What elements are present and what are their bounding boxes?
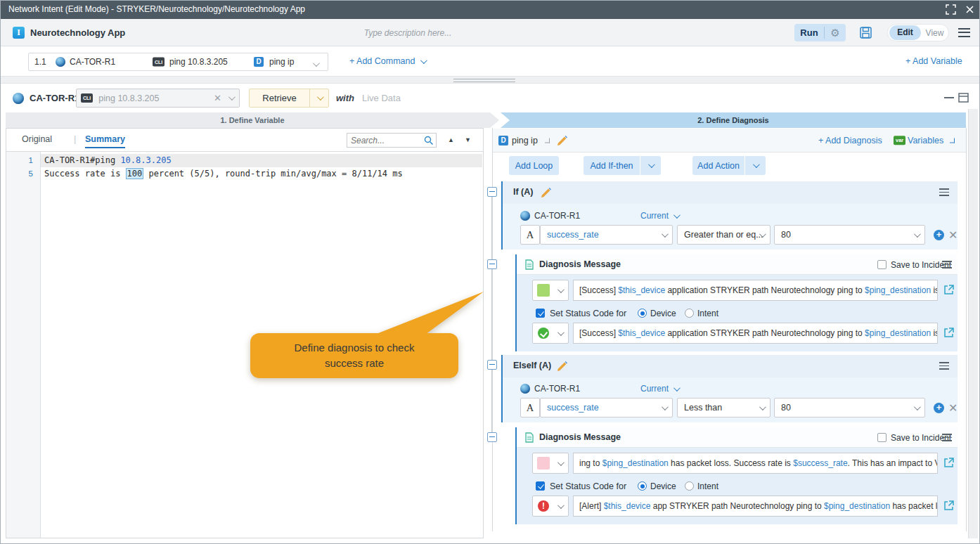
scope-dropdown[interactable]: Current (640, 384, 669, 394)
edit-pencil-icon[interactable] (557, 136, 567, 145)
menu-icon[interactable] (958, 28, 970, 37)
operator-select[interactable]: Greater than or eq... (677, 225, 771, 245)
save-to-incident-checkbox[interactable] (877, 260, 886, 269)
radio-intent-label: Intent (697, 309, 718, 318)
block-menu-icon[interactable] (939, 362, 949, 370)
tab-summary[interactable]: Summary (85, 134, 125, 148)
operand-badge: A (520, 398, 540, 417)
diagnosis-message-input[interactable]: ing to $ping_destination has packet loss… (573, 453, 938, 474)
add-action-button[interactable]: Add Action (692, 156, 744, 175)
set-status-checkbox[interactable] (536, 481, 545, 491)
value-select[interactable]: 80 (774, 398, 925, 417)
scrollbar-track[interactable] (968, 109, 978, 538)
variables-button[interactable]: Variables (908, 136, 943, 145)
toggle-view[interactable]: View (921, 28, 948, 38)
chevron-down-icon[interactable] (673, 384, 681, 391)
expand-message-icon[interactable] (943, 328, 954, 338)
run-button[interactable]: Run (794, 27, 824, 38)
add-command-button[interactable]: + Add Command (349, 56, 425, 66)
add-action-dropdown[interactable] (745, 156, 766, 175)
block-menu-icon[interactable] (942, 434, 952, 441)
tab-original[interactable]: Original (22, 134, 52, 144)
status-color-select[interactable] (532, 453, 569, 474)
chevron-down-icon[interactable] (950, 138, 955, 143)
chevron-down-icon[interactable] (545, 138, 550, 143)
radio-device[interactable] (638, 481, 647, 491)
parser-badge: D (498, 136, 508, 145)
search-next-icon[interactable]: ▼ (465, 136, 471, 143)
retrieve-button[interactable]: Retrieve (250, 93, 309, 103)
cli-badge: CLI (81, 93, 93, 103)
code-line-1[interactable]: CA-TOR-R1#ping 10.8.3.205 (41, 154, 482, 167)
chevron-down-icon[interactable] (228, 93, 236, 101)
search-box[interactable] (347, 133, 437, 148)
radio-device[interactable] (638, 309, 647, 318)
value-select[interactable]: 80 (774, 225, 925, 245)
fullscreen-icon[interactable] (946, 4, 956, 15)
remove-condition-icon[interactable]: ✕ (948, 403, 958, 413)
variable-select[interactable]: success_rate (540, 398, 673, 417)
parser-name: ping ip (269, 57, 294, 67)
expand-message-icon[interactable] (943, 500, 954, 511)
save-icon[interactable] (860, 27, 872, 39)
command-index: 1.1 (34, 57, 46, 67)
block-menu-icon[interactable] (939, 188, 949, 196)
set-status-label: Set Status Code for (550, 481, 626, 491)
edit-pencil-icon[interactable] (541, 188, 551, 197)
status-code-select[interactable] (532, 323, 569, 344)
code-line-2[interactable]: Success rate is 100 percent (5/5), round… (41, 167, 482, 181)
block-menu-icon[interactable] (942, 261, 952, 268)
scope-dropdown[interactable]: Current (640, 211, 669, 221)
search-icon[interactable] (424, 136, 434, 145)
add-condition-icon[interactable]: + (934, 230, 944, 240)
collapse-message1-icon[interactable] (487, 259, 497, 269)
status-color-select[interactable] (532, 280, 569, 301)
toggle-edit[interactable]: Edit (889, 25, 921, 40)
success-color-swatch (537, 284, 550, 297)
remove-condition-icon[interactable]: ✕ (948, 230, 958, 240)
restore-layout-icon[interactable] (958, 93, 969, 103)
chevron-down-icon[interactable] (313, 60, 320, 67)
add-ifthen-dropdown[interactable] (640, 156, 661, 175)
run-settings-gear-icon[interactable]: ⚙ (825, 24, 846, 41)
status-code-select[interactable]: ! (532, 496, 569, 517)
description-input[interactable] (309, 25, 506, 40)
command-text: ping 10.8.3.205 (169, 57, 228, 67)
close-icon[interactable] (965, 4, 975, 15)
add-diagnosis-button[interactable]: + Add Diagnosis (818, 136, 882, 145)
command-input[interactable]: CLI ping 10.8.3.205 ✕ (76, 89, 240, 108)
add-variable-button[interactable]: + Add Variable (905, 56, 962, 66)
chevron-down-icon[interactable] (673, 212, 681, 219)
run-button-group[interactable]: Run ⚙ (794, 24, 846, 41)
status-message-input[interactable]: [Alert] $this_device app STRYKER path Ne… (573, 496, 938, 517)
horizontal-splitter[interactable] (0, 76, 980, 84)
expand-message-icon[interactable] (943, 458, 954, 468)
collapse-if-icon[interactable] (487, 187, 497, 197)
retrieve-dropdown[interactable] (309, 89, 328, 107)
highlighted-ip[interactable]: 10.8.3.205 (120, 155, 171, 165)
operator-select[interactable]: Less than (677, 398, 771, 417)
add-loop-button[interactable]: Add Loop (509, 156, 559, 175)
add-condition-icon[interactable]: + (934, 403, 944, 413)
if-block-body: CA-TOR-R1 Current A success_rate Greater… (503, 204, 958, 250)
diagnosis-message-input[interactable]: [Success] $this_device application STRYK… (573, 280, 938, 301)
add-ifthen-button[interactable]: Add If-then (584, 156, 640, 175)
device-name: CA-TOR-R1 (30, 93, 79, 103)
radio-intent[interactable] (685, 481, 694, 491)
splitter-grip[interactable] (453, 79, 515, 82)
set-status-checkbox[interactable] (536, 309, 545, 318)
edit-pencil-icon[interactable] (557, 361, 567, 371)
device-icon (56, 57, 65, 67)
search-prev-icon[interactable]: ▲ (448, 136, 454, 143)
variable-select[interactable]: success_rate (540, 225, 673, 245)
command-card[interactable]: 1.1 CA-TOR-R1 CLI ping 10.8.3.205 D ping… (28, 53, 328, 71)
expand-message-icon[interactable] (943, 285, 954, 295)
save-to-incident-checkbox[interactable] (877, 433, 886, 442)
minimize-icon[interactable] (944, 97, 954, 98)
search-input[interactable] (351, 134, 420, 147)
radio-intent[interactable] (685, 309, 694, 318)
selected-variable-value[interactable]: 100 (126, 168, 144, 179)
clear-icon[interactable]: ✕ (214, 93, 221, 103)
collapse-message2-icon[interactable] (487, 432, 497, 442)
status-message-input[interactable]: [Success] $this_device application STRYK… (573, 323, 938, 344)
